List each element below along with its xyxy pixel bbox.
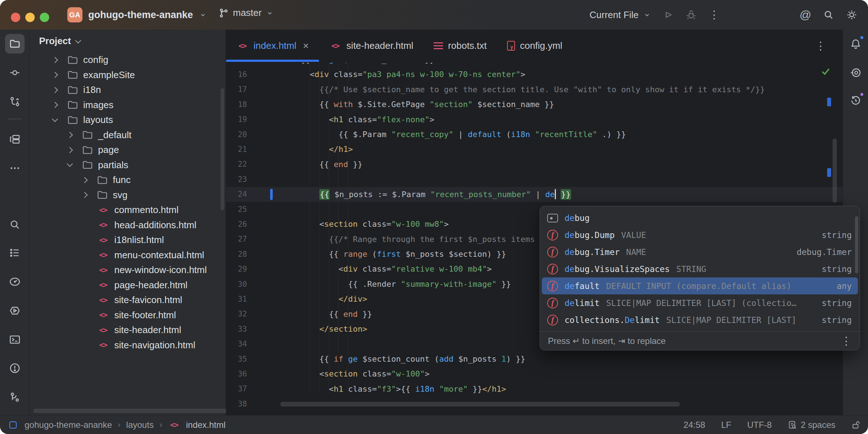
code-line-17[interactable]: 17 {{/* Use $section_name to get the sec… <box>226 82 843 97</box>
close-window-button[interactable] <box>11 13 20 22</box>
completion-item-delimit[interactable]: fdelimitSLICE|MAP DELIMITER [LAST] (coll… <box>540 294 860 311</box>
tree-item-config[interactable]: config <box>30 52 226 68</box>
tree-item-site-header.html[interactable]: <>site-header.html <box>30 323 226 338</box>
terminal-tool-button[interactable] <box>5 330 25 349</box>
caret-position-widget[interactable]: 24:58 <box>684 420 705 430</box>
tree-item-commento.html[interactable]: <>commento.html <box>30 203 226 218</box>
code-line-35[interactable]: 35 {{ if ge $section_count (add $n_posts… <box>226 352 843 366</box>
tree-item-new-window-icon.html[interactable]: <>new-window-icon.html <box>30 263 226 278</box>
version-control-tool-button[interactable] <box>5 387 25 407</box>
problems-tool-button[interactable] <box>5 358 25 378</box>
editor-horizontal-scrollbar[interactable] <box>280 402 680 407</box>
completion-item-debug.Dump[interactable]: fdebug.DumpVALUEstring <box>540 226 860 243</box>
history-button[interactable] <box>846 91 865 110</box>
commit-tool-button[interactable] <box>5 63 25 82</box>
tree-item-site-favicon.html[interactable]: <>site-favicon.html <box>30 293 226 308</box>
code-line-16[interactable]: 16 <div class="pa3 pa4-ns w-100 w-70-ns … <box>226 67 843 82</box>
chevron-collapsed-icon[interactable] <box>52 57 58 63</box>
chevron-expanded-icon[interactable] <box>52 116 58 122</box>
fullscreen-window-button[interactable] <box>40 13 49 22</box>
completion-item-collections.Delimit[interactable]: fcollections.DelimitSLICE|MAP DELIMITER … <box>540 311 860 328</box>
minimize-window-button[interactable] <box>25 13 35 22</box>
profiler-tool-button[interactable] <box>5 272 25 292</box>
breadcrumb-file[interactable]: index.html <box>186 420 225 430</box>
tab-robots.txt[interactable]: robots.txt <box>424 30 497 62</box>
structure-tool-button[interactable] <box>5 129 25 149</box>
completion-item-debug.Timer[interactable]: fdebug.TimerNAMEdebug.Timer <box>540 243 860 260</box>
code-line-20[interactable]: 20 {{ $.Param "recent_copy" | default (i… <box>226 127 843 142</box>
tree-item-func[interactable]: func <box>30 173 226 188</box>
project-widget[interactable]: GA gohugo-theme-ananke <box>67 7 207 22</box>
change-stripe-mark[interactable] <box>827 168 831 177</box>
chevron-collapsed-icon[interactable] <box>82 177 88 183</box>
completion-scrollbar[interactable] <box>855 216 858 273</box>
notifications-button[interactable] <box>846 34 865 54</box>
code-line-37[interactable]: 37 <h1 class="f3">{{ i18n "more" }}</h1> <box>226 382 843 396</box>
code-line-22[interactable]: 22 {{ end }} <box>226 157 843 172</box>
code-line-23[interactable]: 23 <box>226 172 843 187</box>
code-line-36[interactable]: 36 <section class="w-100"> <box>226 366 843 381</box>
breadcrumb-folder[interactable]: layouts <box>126 420 154 430</box>
services-tool-button[interactable] <box>5 301 25 320</box>
completion-item-debug.VisualizeSpaces[interactable]: fdebug.VisualizeSpacesSTRINGstring <box>540 260 860 277</box>
tree-item-layouts[interactable]: layouts <box>30 112 226 128</box>
chevron-collapsed-icon[interactable] <box>82 192 88 198</box>
code-line-24[interactable]: 24 {{ $n_posts := $.Param "recent_posts_… <box>226 187 843 202</box>
run-configuration-selector[interactable]: Current File <box>590 9 651 21</box>
chevron-collapsed-icon[interactable] <box>67 132 73 138</box>
encoding-widget[interactable]: UTF-8 <box>747 420 772 430</box>
tree-item-exampleSite[interactable]: exampleSite <box>30 68 226 83</box>
settings-gear-icon[interactable] <box>846 9 858 21</box>
chevron-collapsed-icon[interactable] <box>52 72 58 78</box>
run-button[interactable] <box>662 9 674 21</box>
code-line-15[interactable]: 15{{ if ge $section_count 1 }} <box>226 63 843 67</box>
tree-item-i18nlist.html[interactable]: <>i18nlist.html <box>30 233 226 248</box>
more-actions-button[interactable]: ⋮ <box>708 9 720 21</box>
tree-item-page-header.html[interactable]: <>page-header.html <box>30 278 226 293</box>
run-target-button[interactable] <box>846 63 865 82</box>
search-everywhere-button[interactable] <box>822 9 835 21</box>
more-tool-windows-button[interactable] <box>5 158 25 178</box>
tab-site-header.html[interactable]: <>site-header.html <box>319 30 424 62</box>
find-tool-button[interactable] <box>5 215 25 234</box>
completion-item-default[interactable]: fdefaultDEFAULT INPUT (compare.Default a… <box>542 277 858 294</box>
code-line-19[interactable]: 19 <h1 class="flex-none"> <box>226 112 843 127</box>
chevron-expanded-icon[interactable] <box>67 161 73 167</box>
tab-config.yml[interactable]: yconfig.yml <box>497 30 573 62</box>
project-panel-header[interactable]: Project <box>30 30 226 52</box>
chevron-collapsed-icon[interactable] <box>67 147 73 153</box>
tree-item-menu-contextual.html[interactable]: <>menu-contextual.html <box>30 248 226 263</box>
tree-item-i18n[interactable]: i18n <box>30 82 226 98</box>
completion-item-debug[interactable]: debug <box>540 209 860 226</box>
inspections-ok-check-icon[interactable] <box>821 67 830 76</box>
indent-widget[interactable]: 2 spaces <box>788 420 835 430</box>
project-tree-vertical-scrollbar[interactable] <box>221 88 224 210</box>
tree-item-images[interactable]: images <box>30 98 226 113</box>
ai-assistant-icon[interactable]: @ <box>799 9 812 21</box>
tree-item-site-navigation.html[interactable]: <>site-navigation.html <box>30 338 226 353</box>
tab-options-button[interactable]: ⋮ <box>815 30 826 62</box>
readonly-lock-widget[interactable] <box>851 420 861 430</box>
debug-button[interactable] <box>685 9 697 21</box>
code-line-21[interactable]: 21 </h1> <box>226 142 843 157</box>
tree-item-site-footer.html[interactable]: <>site-footer.html <box>30 308 226 323</box>
chevron-collapsed-icon[interactable] <box>52 102 58 108</box>
tree-item-_default[interactable]: _default <box>30 128 226 143</box>
tab-index.html[interactable]: <>index.html× <box>226 30 319 62</box>
tree-item-head-additions.html[interactable]: <>head-additions.html <box>30 218 226 233</box>
git-branch-widget[interactable]: master <box>218 7 274 18</box>
tree-item-label: func <box>113 174 131 186</box>
change-stripe-mark[interactable] <box>827 98 831 106</box>
breadcrumb-project[interactable]: gohugo-theme-ananke <box>25 420 112 430</box>
todo-tool-button[interactable] <box>5 243 25 263</box>
tree-item-page[interactable]: page <box>30 142 226 158</box>
project-tool-button[interactable] <box>5 34 25 54</box>
line-separator-widget[interactable]: LF <box>721 420 731 430</box>
chevron-collapsed-icon[interactable] <box>52 87 58 93</box>
editor-vertical-scrollbar[interactable] <box>833 139 837 203</box>
tree-item-svg[interactable]: svg <box>30 188 226 203</box>
close-tab-icon[interactable]: × <box>303 40 309 52</box>
tree-item-partials[interactable]: partials <box>30 158 226 173</box>
code-line-18[interactable]: 18 {{ with $.Site.GetPage "section" $sec… <box>226 97 843 112</box>
pull-requests-tool-button[interactable] <box>5 92 25 111</box>
